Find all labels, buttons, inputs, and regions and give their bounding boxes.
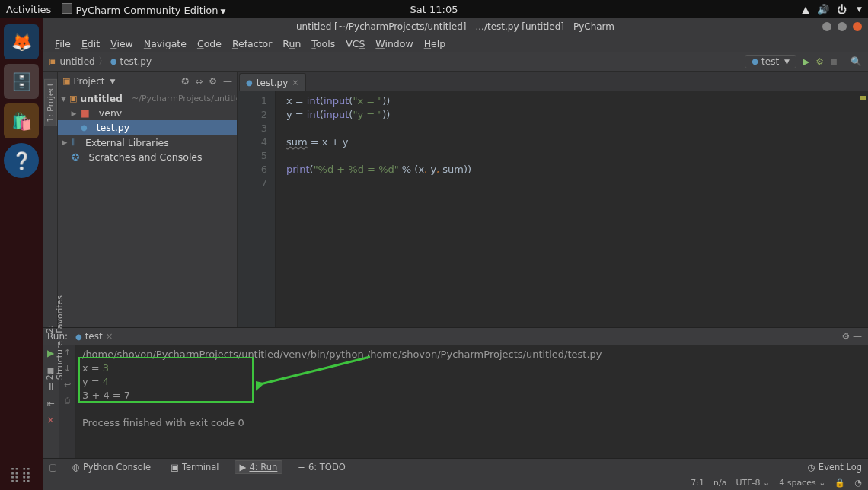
tool-tab-favorites[interactable]: 2: Favorites [44, 292, 65, 336]
launcher-apps-grid[interactable]: ⠿⠿⠿⠿ [10, 472, 33, 481]
tool-run[interactable]: ▶ 4: Run [235, 460, 283, 474]
tree-scratches[interactable]: ✪ Scratches and Consoles [58, 150, 237, 164]
menu-tools[interactable]: Tools [307, 37, 340, 51]
python-icon: ● [752, 57, 758, 65]
pycharm-window: untitled [~/PycharmProjects/untitled] - … [43, 18, 868, 490]
event-log[interactable]: ◷ Event Log [808, 462, 862, 473]
launcher-software[interactable]: 🛍️ [4, 103, 39, 138]
console-output[interactable]: /home/shovon/PycharmProjects/untitled/ve… [76, 345, 868, 458]
project-panel: ▣ Project ▼ ✪ ⇔ ⚙ — ▼▣ untitled ~/Pychar… [58, 72, 238, 327]
editor-area: ● test.py × 123 456 7 x = int(input("x =… [238, 72, 868, 327]
gutter: 123 456 7 [238, 91, 276, 327]
bottom-tool-strip: ▢ ◍ Python Console ▣ Terminal ▶ 4: Run ≡… [43, 458, 868, 475]
status-encoding[interactable]: UTF-8 ⌄ [736, 478, 770, 488]
run-tab-test[interactable]: ● test × [75, 331, 113, 342]
lock-icon[interactable]: 🔒 [834, 478, 845, 488]
hide-icon[interactable]: — [223, 76, 232, 87]
tool-terminal[interactable]: ▣ Terminal [166, 461, 223, 473]
debug-button[interactable]: ⚙ [815, 56, 824, 67]
menu-help[interactable]: Help [420, 37, 451, 51]
breadcrumb-file[interactable]: test.py [120, 56, 152, 67]
tree-external-libs[interactable]: ▶⫴ External Libraries [58, 135, 237, 150]
python-file-icon: ● [110, 57, 117, 65]
folder-icon: ▣ [49, 56, 56, 66]
window-close[interactable] [853, 22, 862, 31]
window-maximize[interactable] [838, 22, 847, 31]
launcher-help[interactable]: ❔ [4, 143, 39, 178]
editor-tab-testpy[interactable]: ● test.py × [239, 73, 306, 91]
window-title: untitled [~/PycharmProjects/untitled] - … [296, 21, 614, 32]
window-titlebar: untitled [~/PycharmProjects/untitled] - … [43, 18, 868, 35]
window-minimize[interactable] [822, 22, 831, 31]
menu-refactor[interactable]: Refactor [228, 37, 276, 51]
menu-run[interactable]: Run [278, 37, 305, 51]
locate-icon[interactable]: ✪ [181, 76, 189, 87]
menu-edit[interactable]: Edit [77, 37, 104, 51]
status-caret-pos[interactable]: 7:1 [691, 478, 704, 488]
power-icon[interactable]: ⏻ [837, 4, 847, 15]
volume-icon[interactable]: 🔊 [817, 4, 829, 15]
search-everywhere-icon[interactable]: 🔍 [850, 56, 862, 67]
launcher-firefox[interactable]: 🦊 [4, 24, 39, 59]
run-config-selector[interactable]: ● test ▼ [745, 55, 796, 68]
code-editor[interactable]: 123 456 7 x = int(input("x = ")) y = int… [238, 91, 868, 327]
collapse-icon[interactable]: ⇔ [195, 76, 203, 87]
tool-python-console[interactable]: ◍ Python Console [68, 461, 155, 473]
tree-file-testpy[interactable]: ● test.py [58, 120, 237, 135]
clock[interactable]: Sat 11:05 [410, 4, 458, 15]
close-tab-icon[interactable]: × [292, 78, 298, 88]
tool-tab-structure[interactable]: 2: Structure [44, 338, 65, 383]
print-icon[interactable]: ⎙ [65, 396, 70, 406]
inspections-icon[interactable]: ◔ [854, 478, 862, 488]
system-topbar: Activities PyCharm Community Edition▼ Sa… [0, 0, 868, 18]
active-app[interactable]: PyCharm Community Edition▼ [62, 3, 225, 16]
exit-icon[interactable]: ⇤ [46, 398, 54, 409]
menu-navigate[interactable]: Navigate [139, 37, 191, 51]
ubuntu-launcher: 🦊 🗄️ 🛍️ ❔ ⠿⠿⠿⠿ [0, 18, 43, 490]
tool-tab-project[interactable]: 1: Project [44, 79, 57, 126]
system-menu-arrow[interactable]: ▼ [857, 5, 862, 13]
python-file-icon: ● [246, 78, 253, 87]
menu-window[interactable]: Window [371, 37, 417, 51]
menu-bar: File Edit View Navigate Code Refactor Ru… [43, 35, 868, 52]
menu-view[interactable]: View [106, 37, 138, 51]
tree-venv[interactable]: ▶■ venv [58, 106, 237, 120]
tree-root[interactable]: ▼▣ untitled ~/PycharmProjects/untitle [58, 91, 237, 106]
status-bar: 7:1 n/a UTF-8 ⌄ 4 spaces ⌄ 🔒 ◔ [43, 475, 868, 490]
run-button[interactable]: ▶ [803, 56, 809, 67]
toolwin-toggle-icon[interactable]: ▢ [49, 462, 57, 473]
project-panel-title[interactable]: Project [73, 76, 104, 87]
project-tree: ▼▣ untitled ~/PycharmProjects/untitle ▶■… [58, 91, 237, 327]
run-settings-icon[interactable]: ⚙ — [841, 331, 862, 342]
close-icon[interactable]: × [46, 415, 54, 425]
gear-icon[interactable]: ⚙ [209, 76, 217, 87]
menu-vcs[interactable]: VCS [341, 37, 369, 51]
folder-icon: ▣ [62, 76, 70, 86]
pycharm-icon [62, 3, 72, 14]
run-tool-window: Run: ● test × ⚙ — ▶ ◼ ⏸ ⇤ × ↑ ↓ ↩ ⎙ /hom… [43, 327, 868, 458]
menu-file[interactable]: File [50, 37, 75, 51]
activities-button[interactable]: Activities [6, 4, 51, 15]
status-line-sep[interactable]: n/a [713, 478, 726, 488]
editor-tabs: ● test.py × [238, 72, 868, 91]
left-tool-strip: 1: Project 2: Favorites 2: Structure [43, 72, 58, 327]
status-indent[interactable]: 4 spaces ⌄ [779, 478, 825, 488]
navigation-bar: ▣ untitled 〉 ● test.py ● test ▼ ▶ ⚙ ◼ 🔍 [43, 52, 868, 72]
network-icon[interactable]: ▲ [802, 4, 809, 15]
tool-todo[interactable]: ≡ 6: TODO [293, 461, 349, 473]
stop-button[interactable]: ◼ [830, 56, 838, 67]
warning-marker[interactable] [860, 96, 866, 100]
menu-code[interactable]: Code [193, 37, 226, 51]
launcher-files[interactable]: 🗄️ [4, 64, 39, 99]
breadcrumb-project[interactable]: untitled [59, 56, 94, 67]
